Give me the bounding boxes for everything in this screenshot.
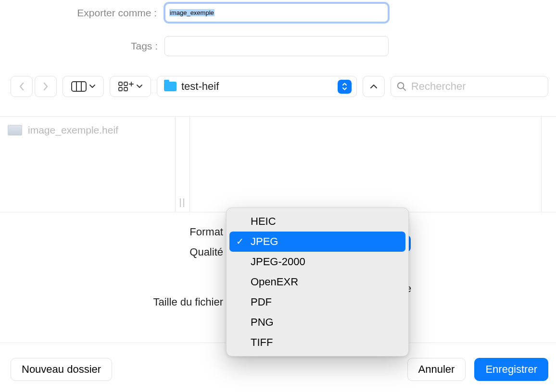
file-thumbnail-icon bbox=[8, 125, 22, 135]
group-by-button[interactable] bbox=[110, 76, 151, 97]
svg-rect-0 bbox=[72, 82, 86, 91]
tags-field[interactable] bbox=[164, 36, 389, 56]
export-as-row: Exporter comme : image_exemple bbox=[66, 2, 390, 24]
format-dropdown-menu: HEIC ✓ JPEG JPEG-2000 OpenEXR PDF PNG TI… bbox=[226, 208, 409, 356]
updown-icon bbox=[338, 80, 352, 94]
location-name: test-heif bbox=[181, 80, 333, 93]
view-columns-button[interactable] bbox=[63, 76, 104, 97]
quality-label: Qualité bbox=[0, 246, 223, 258]
forward-button[interactable] bbox=[35, 76, 57, 97]
format-label: Format bbox=[0, 226, 223, 238]
format-option-openexr[interactable]: OpenEXR bbox=[229, 272, 405, 292]
svg-rect-3 bbox=[119, 82, 122, 86]
drag-handle-icon bbox=[180, 198, 184, 207]
cancel-button[interactable]: Annuler bbox=[407, 358, 466, 381]
svg-rect-6 bbox=[124, 87, 127, 91]
tags-row: Tags : bbox=[124, 36, 389, 56]
list-item[interactable]: image_exemple.heif bbox=[8, 124, 167, 136]
svg-rect-5 bbox=[119, 87, 122, 91]
search-icon bbox=[397, 81, 406, 92]
format-option-png[interactable]: PNG bbox=[229, 312, 405, 332]
format-option-label: JPEG bbox=[251, 235, 278, 247]
chevron-left-icon bbox=[19, 82, 25, 91]
new-folder-button[interactable]: Nouveau dossier bbox=[11, 358, 112, 381]
collapse-button[interactable] bbox=[363, 76, 385, 97]
format-option-heic[interactable]: HEIC bbox=[229, 211, 405, 232]
svg-line-8 bbox=[403, 88, 405, 90]
back-button[interactable] bbox=[11, 76, 33, 97]
format-option-tiff[interactable]: TIFF bbox=[229, 332, 405, 353]
format-option-pdf[interactable]: PDF bbox=[229, 292, 405, 312]
chevron-up-icon bbox=[370, 84, 378, 89]
search-field[interactable] bbox=[391, 76, 548, 97]
checkmark-icon: ✓ bbox=[236, 236, 244, 247]
column-resize-gutter[interactable] bbox=[176, 117, 190, 212]
filesize-label: Taille du fichier bbox=[0, 296, 223, 308]
svg-rect-4 bbox=[124, 82, 127, 86]
filename-field[interactable]: image_exemple bbox=[164, 2, 390, 24]
filename-value: image_exemple bbox=[169, 9, 215, 16]
tags-label: Tags : bbox=[124, 40, 158, 52]
browser-column-1[interactable]: image_exemple.heif bbox=[0, 117, 176, 212]
save-button[interactable]: Enregistrer bbox=[474, 358, 548, 381]
footer: Nouveau dossier Annuler Enregistrer bbox=[11, 358, 548, 381]
browser-column-3[interactable] bbox=[542, 117, 556, 212]
format-option-jpeg2000[interactable]: JPEG-2000 bbox=[229, 252, 405, 272]
toolbar: test-heif bbox=[11, 75, 548, 98]
chevron-down-icon bbox=[137, 85, 142, 88]
location-dropdown[interactable]: test-heif bbox=[157, 76, 357, 97]
grid-icon bbox=[118, 81, 134, 92]
chevron-down-icon bbox=[89, 85, 95, 88]
nav-group bbox=[11, 76, 57, 97]
file-name: image_exemple.heif bbox=[28, 124, 118, 136]
file-browser: image_exemple.heif bbox=[0, 116, 556, 212]
export-as-label: Exporter comme : bbox=[66, 7, 157, 19]
columns-icon bbox=[71, 81, 87, 92]
chevron-right-icon bbox=[43, 82, 49, 91]
search-input[interactable] bbox=[411, 80, 542, 93]
folder-icon bbox=[164, 82, 177, 91]
browser-column-2[interactable] bbox=[190, 117, 542, 212]
format-option-jpeg[interactable]: ✓ JPEG bbox=[229, 232, 405, 252]
